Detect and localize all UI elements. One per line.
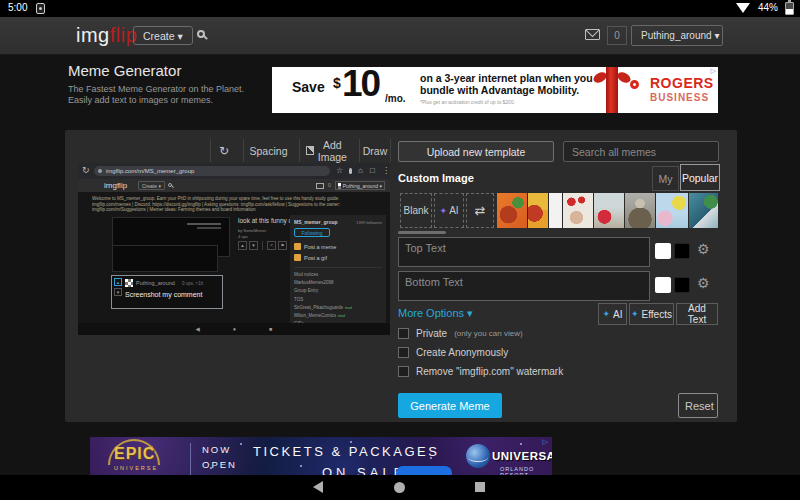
messages-envelope-icon[interactable] <box>585 29 600 40</box>
notification-count[interactable]: 0 <box>607 26 627 45</box>
generate-meme-button[interactable]: Generate Meme <box>398 393 502 418</box>
template-thumb-blank-white[interactable] <box>549 193 562 228</box>
post-a-gif-link: Post a gif <box>294 254 327 261</box>
user-menu[interactable]: Puthing_around ▾ <box>631 25 723 46</box>
top-text-color-swatch-black[interactable] <box>674 243 690 259</box>
template-section-title: Custom Image <box>398 172 474 184</box>
private-checkbox[interactable] <box>398 328 409 339</box>
upload-template-button[interactable]: Upload new template <box>398 141 554 162</box>
imgflip-logo[interactable]: imgflip <box>76 24 137 47</box>
add-text-button[interactable]: Add Text <box>676 303 718 325</box>
tab-popular-templates[interactable]: Popular <box>680 164 720 191</box>
meme-generator-panel: ↻ Spacing Add Image Draw ↻ imgflip.com/m… <box>65 130 737 422</box>
template-thumb-mocking-blue[interactable] <box>656 193 688 228</box>
anonymous-checkbox[interactable] <box>398 347 409 358</box>
bookmark-star-icon: ☆ <box>336 165 343 177</box>
ai-button[interactable]: ✦AI <box>598 303 627 325</box>
bottom-text-color-swatch-black[interactable] <box>674 277 690 293</box>
buy-button-partial[interactable] <box>396 466 452 475</box>
effects-button[interactable]: ✦Effects <box>629 303 674 325</box>
shuffle-template-button[interactable]: ⇄ <box>466 193 494 228</box>
epic-logo: EPIC <box>114 445 155 463</box>
list-item: SirGreat_Pikachuguardsmod <box>294 304 382 312</box>
post-a-meme-link: Post a meme <box>294 243 336 250</box>
bottom-text-color-swatch-white[interactable] <box>655 277 671 293</box>
reset-button[interactable]: Reset <box>678 393 718 418</box>
add-image-button[interactable]: Add Image <box>299 139 353 162</box>
preview-search-icon <box>168 183 172 187</box>
group-welcome-text: Welcome to MS_memer_group. Earn your PhD… <box>92 196 378 213</box>
thumbnail-scrollbar[interactable] <box>398 231 446 234</box>
adchoices-icon[interactable]: ▷ <box>543 438 548 446</box>
preview-imgflip-header: imgflip Create ▾ 0 Puthing_around ▾ <box>78 179 390 192</box>
wifi-icon <box>736 3 750 13</box>
open-label: OPEN <box>202 459 237 470</box>
username-label: Puthing_around ▾ <box>641 30 719 41</box>
comment-upvote-icon: ▲ <box>114 278 122 286</box>
meme-preview-canvas[interactable]: ↻ imgflip.com/m/MS_memer_group ☆ ⌂ □ ⋮ i… <box>78 163 390 335</box>
universal-globe-icon <box>466 444 490 468</box>
more-options-link[interactable]: More Options ▾ <box>398 307 473 320</box>
top-text-settings-gear-icon[interactable]: ⚙ <box>697 241 710 257</box>
android-nav-bar <box>0 475 800 500</box>
preview-user-chip: Puthing_around ▾ <box>335 181 385 190</box>
spacing-button[interactable]: Spacing <box>243 139 293 162</box>
template-thumb-teal-sign[interactable] <box>689 193 718 228</box>
blank-template-button[interactable]: Blank <box>400 193 432 228</box>
recents-icon: ■ <box>269 326 272 332</box>
universal-logo: UNIVERSAL <box>492 450 552 462</box>
template-thumb-futurama-fry[interactable] <box>497 193 527 228</box>
adchoices-icon[interactable]: ▷ <box>711 67 716 75</box>
shuffle-icon: ⇄ <box>475 203 486 218</box>
search-memes-input[interactable] <box>563 141 719 162</box>
tab-my-templates[interactable]: My <box>652 166 679 191</box>
template-thumb-drake-orange[interactable] <box>528 193 548 228</box>
bottom-ad-banner[interactable]: EPIC UNIVERSE NOW OPEN TICKETS & PACKAGE… <box>90 437 552 475</box>
post-vote-row: ▲ ▼ < ⚑ <box>238 241 287 250</box>
android-status-bar: 5:00 44% <box>0 0 800 17</box>
private-checkbox-row: Private (only you can view) <box>398 328 523 339</box>
template-thumb-bernie-coat[interactable] <box>625 193 655 228</box>
comment-screenshot: ▲ ▼ Puthing_around 0 ups, <1h Screenshot… <box>111 275 223 309</box>
create-menu-button[interactable]: Create ▾ <box>133 26 193 45</box>
preview-android-nav: ◀●■ <box>78 323 390 335</box>
preview-browser-bar: ↻ imgflip.com/m/MS_memer_group ☆ ⌂ □ ⋮ <box>78 163 390 179</box>
list-item: TOS <box>294 296 382 304</box>
top-text-color-swatch-white[interactable] <box>655 243 671 259</box>
ad-disclaimer: *Plus get an activation credit of up to … <box>420 99 515 105</box>
following-button: Following <box>294 228 330 237</box>
template-thumb-comic-red-dots[interactable] <box>563 193 593 228</box>
site-header: imgflip Create ▾ 0 Puthing_around ▾ <box>0 17 800 55</box>
watermark-checkbox[interactable] <box>398 366 409 377</box>
reload-icon: ↻ <box>82 165 90 175</box>
image-icon <box>306 146 314 155</box>
upvote-icon: ▲ <box>238 241 247 250</box>
list-item: Mod notices <box>294 271 382 279</box>
ad-currency: $ <box>333 75 341 91</box>
top-ad-banner[interactable]: Save $ 10 /mo. on a 3-year internet plan… <box>272 67 718 113</box>
top-text-input[interactable] <box>398 237 650 267</box>
watermark-checkbox-row: Remove "imgflip.com" watermark <box>398 366 563 377</box>
now-label: NOW <box>202 444 231 455</box>
draw-button[interactable]: Draw <box>359 139 391 162</box>
bottom-text-settings-gear-icon[interactable]: ⚙ <box>697 275 710 291</box>
page-title: Meme Generator <box>68 62 181 79</box>
search-icon[interactable] <box>197 30 205 38</box>
gif-icon <box>294 254 301 261</box>
lock-icon <box>98 169 102 173</box>
ribbon-bow-graphic <box>606 67 618 113</box>
universal-sub-label: ORLANDO RESORT <box>500 466 552 475</box>
battery-icon <box>785 2 794 15</box>
template-thumb-group-red-dress[interactable] <box>594 193 624 228</box>
ai-template-button[interactable]: ✦ AI <box>434 193 464 228</box>
anonymous-checkbox-row: Create Anonymously <box>398 347 508 358</box>
rotate-button[interactable]: ↻ <box>210 139 237 162</box>
ad-brand-name: ROGERS <box>650 75 714 91</box>
comment-avatar <box>125 279 133 287</box>
list-item: MarkusMemes2098 <box>294 279 382 287</box>
home-button[interactable] <box>394 482 405 493</box>
recents-button[interactable] <box>475 482 485 492</box>
back-button[interactable] <box>313 481 323 493</box>
ad-brand-division: BUSINESS <box>650 92 709 103</box>
bottom-text-input[interactable] <box>398 271 650 301</box>
